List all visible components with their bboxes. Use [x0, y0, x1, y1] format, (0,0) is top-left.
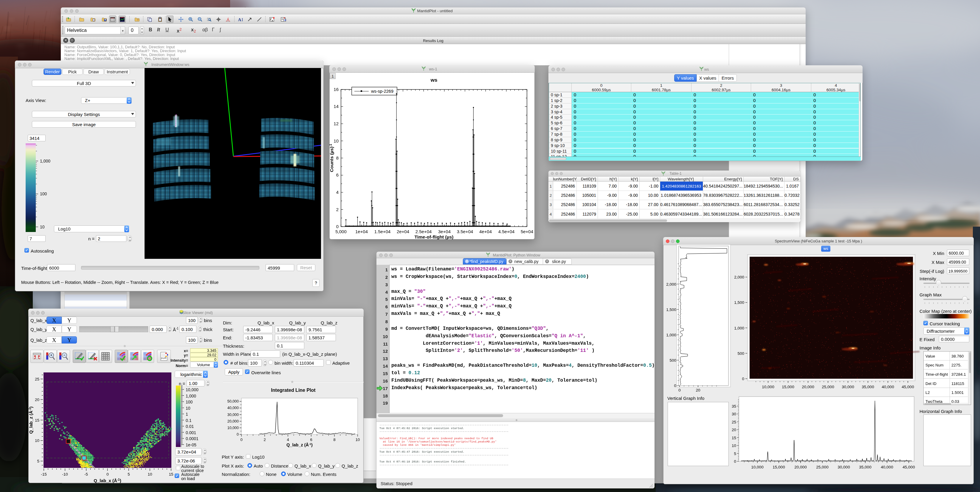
- svg-text:6: 6: [336, 172, 339, 177]
- svg-text:4: 4: [336, 189, 339, 195]
- svg-text:16: 16: [334, 87, 339, 92]
- svg-text:15,000: 15,000: [773, 465, 785, 469]
- svg-text:Time-of-flight (µs): Time-of-flight (µs): [415, 234, 453, 239]
- svg-text:4e+04: 4e+04: [479, 229, 492, 234]
- svg-text:25,000: 25,000: [816, 465, 828, 469]
- svg-text:45,000: 45,000: [902, 385, 914, 389]
- svg-text:35,000: 35,000: [859, 465, 871, 469]
- svg-text:45,000: 45,000: [902, 465, 915, 469]
- svg-text:10: 10: [334, 139, 339, 143]
- svg-text:3e+04: 3e+04: [438, 229, 451, 234]
- svg-text:2: 2: [264, 438, 266, 442]
- svg-text:2e+04: 2e+04: [397, 229, 409, 234]
- svg-text:20,000: 20,000: [794, 465, 807, 469]
- svg-text:25: 25: [732, 420, 736, 424]
- svg-text:2: 2: [336, 207, 339, 212]
- svg-text:30,000: 30,000: [228, 413, 239, 417]
- svg-text:0: 0: [237, 432, 239, 436]
- svg-text:10,000: 10,000: [228, 426, 239, 430]
- svg-text:30,000: 30,000: [838, 465, 850, 469]
- svg-text:1,000: 1,000: [734, 326, 744, 330]
- svg-text:35: 35: [732, 404, 736, 409]
- svg-text:40,000: 40,000: [228, 406, 239, 410]
- svg-text:40,000: 40,000: [881, 465, 893, 469]
- svg-text:20: 20: [732, 428, 736, 432]
- svg-text:5e+04: 5e+04: [521, 229, 533, 234]
- svg-text:I: I: [242, 17, 243, 21]
- svg-text:-B: -B: [284, 19, 286, 21]
- svg-text:15: 15: [732, 436, 736, 440]
- svg-text:25,000: 25,000: [822, 385, 834, 389]
- svg-text:x: x: [272, 19, 273, 21]
- svg-text:30,000: 30,000: [842, 385, 854, 389]
- svg-text:3.5e+04: 3.5e+04: [457, 229, 473, 234]
- svg-text:4.5e+04: 4.5e+04: [498, 229, 515, 234]
- svg-text:0: 0: [734, 459, 736, 464]
- svg-text:12: 12: [334, 121, 339, 126]
- svg-text:6: 6: [310, 438, 312, 442]
- svg-text:A: A: [238, 17, 242, 21]
- svg-text:ws-sp-2269: ws-sp-2269: [371, 89, 393, 94]
- svg-text:Counts (µs)-1: Counts (µs)-1: [329, 144, 334, 172]
- svg-text:10: 10: [732, 443, 736, 448]
- svg-text:14: 14: [334, 104, 339, 109]
- svg-text:10,000: 10,000: [751, 465, 763, 469]
- svg-text:10,000: 10,000: [762, 385, 774, 389]
- svg-text:20,000: 20,000: [802, 385, 814, 389]
- svg-text:1e+04: 1e+04: [355, 229, 368, 234]
- svg-text:0: 0: [336, 224, 339, 229]
- svg-text:8: 8: [333, 438, 335, 442]
- svg-text:35,000: 35,000: [862, 385, 874, 389]
- svg-text:4: 4: [287, 438, 289, 442]
- svg-text:2.5e+04: 2.5e+04: [415, 229, 432, 234]
- svg-text:8: 8: [336, 155, 339, 161]
- svg-text:10: 10: [356, 438, 360, 442]
- svg-text:Q_lab_z (Å-1): Q_lab_z (Å-1): [286, 443, 313, 447]
- svg-text:15,000: 15,000: [782, 385, 794, 389]
- svg-text:ws: ws: [430, 77, 438, 83]
- svg-text:2,000: 2,000: [734, 275, 744, 279]
- svg-text:5,000: 5,000: [335, 229, 347, 234]
- svg-text:5: 5: [734, 451, 736, 456]
- svg-text:0: 0: [742, 377, 744, 381]
- svg-text:20,000: 20,000: [228, 419, 239, 424]
- svg-text:1.5e+04: 1.5e+04: [374, 229, 391, 234]
- svg-text:40,000: 40,000: [881, 385, 894, 389]
- svg-text:500: 500: [737, 351, 744, 356]
- svg-text:30: 30: [732, 412, 736, 416]
- svg-text:1,500: 1,500: [734, 300, 744, 305]
- svg-text:50,000: 50,000: [228, 399, 239, 403]
- svg-text:0: 0: [240, 438, 242, 442]
